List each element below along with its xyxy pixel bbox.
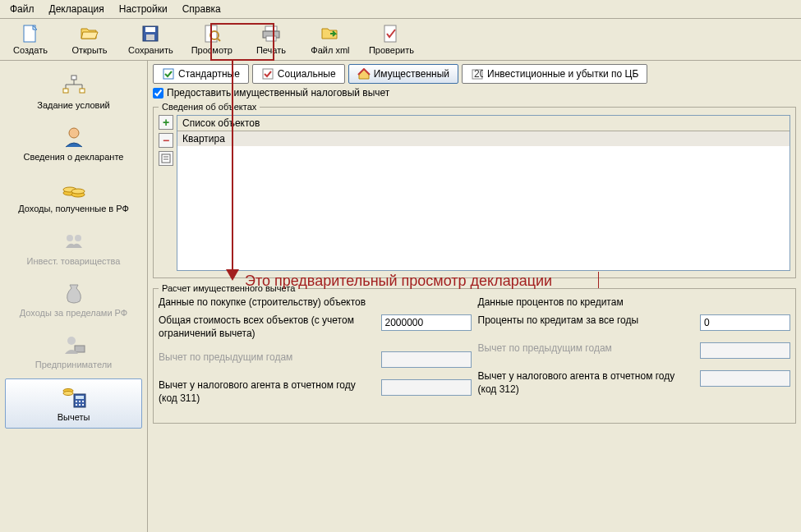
save-button[interactable]: Сохранить	[120, 22, 182, 57]
folder-open-icon	[80, 24, 99, 44]
svg-rect-33	[82, 401, 84, 402]
calculator-coins-icon	[61, 384, 87, 410]
interest-input[interactable]	[700, 314, 790, 331]
preview-button[interactable]: Просмотр	[183, 22, 241, 57]
objects-list-header: Список объектов	[177, 116, 789, 131]
svg-rect-38	[263, 69, 273, 79]
toolbar: Создать Открыть Сохранить Просмотр Печат…	[0, 19, 801, 61]
tree-icon	[61, 72, 87, 99]
menu-file[interactable]: Файл	[3, 2, 41, 16]
printer-icon	[261, 24, 281, 44]
sidebar-item-deductions[interactable]: Вычеты	[5, 378, 142, 429]
page-check-icon	[381, 24, 401, 44]
calendar-icon: 20	[471, 67, 484, 80]
agent312-label: Вычет у налогового агента в отчетном год…	[478, 370, 694, 396]
interest-label: Проценты по кредитам за все годы	[478, 314, 694, 328]
purchase-head: Данные по покупке (строительству) объект…	[159, 296, 472, 308]
objects-list[interactable]: Список объектов Квартира	[177, 115, 790, 271]
folder-arrow-icon	[320, 24, 340, 44]
svg-rect-7	[265, 26, 277, 31]
svg-rect-34	[76, 404, 77, 406]
svg-rect-10	[384, 25, 396, 42]
agent312-input	[700, 370, 790, 387]
agent311-label: Вычет у налогового агента в отчетном год…	[159, 379, 375, 405]
sidebar-item-income-rf[interactable]: Доходы, полученные в РФ	[5, 171, 142, 219]
svg-rect-37	[163, 69, 173, 79]
calculation-fieldset: Расчет имущественного вычета Данные по п…	[153, 283, 796, 424]
svg-point-18	[69, 128, 79, 138]
add-object-button[interactable]: +	[159, 115, 173, 130]
money-bag-icon	[61, 280, 87, 306]
svg-rect-2	[145, 27, 155, 32]
menu-help[interactable]: Справка	[176, 2, 228, 16]
magnifier-page-icon	[202, 24, 222, 44]
svg-point-22	[71, 189, 85, 194]
menu-settings[interactable]: Настройки	[113, 2, 174, 16]
tab-standard[interactable]: Стандартные	[153, 64, 249, 84]
prev-deduction-right-input	[700, 342, 790, 359]
objects-fieldset: Сведения об объектах + − Список объектов…	[153, 102, 796, 278]
svg-point-25	[67, 337, 76, 345]
svg-rect-9	[266, 36, 276, 41]
provide-deduction-row: Предоставить имущественный налоговый выч…	[153, 87, 796, 99]
sidebar-item-invest: Инвест. товарищества	[5, 223, 142, 272]
total-cost-input[interactable]	[381, 314, 472, 331]
provide-deduction-label: Предоставить имущественный налоговый выч…	[167, 87, 389, 99]
calculation-legend: Расчет имущественного вычета	[159, 283, 298, 293]
menu-declaration[interactable]: Декларация	[43, 2, 111, 16]
print-button[interactable]: Печать	[242, 22, 300, 57]
svg-point-28	[63, 392, 73, 396]
floppy-disk-icon	[140, 24, 160, 44]
tab-strip: Стандартные Социальные Имущественный 20 …	[153, 64, 796, 84]
prev-deduction-left-label: Вычет по предыдущим годам	[159, 351, 375, 365]
svg-rect-17	[80, 89, 85, 93]
person-icon	[61, 124, 87, 150]
sidebar: Задание условий Сведения о декларанте До…	[0, 61, 148, 532]
svg-line-6	[218, 39, 220, 41]
total-cost-label: Общая стоимость всех объектов (с учетом …	[159, 314, 375, 340]
create-button[interactable]: Создать	[2, 22, 59, 57]
open-button[interactable]: Открыть	[61, 22, 118, 57]
check-button[interactable]: Проверить	[361, 22, 422, 57]
tab-property[interactable]: Имущественный	[348, 64, 458, 84]
svg-text:20: 20	[474, 68, 483, 80]
svg-rect-32	[79, 401, 81, 402]
sidebar-item-conditions[interactable]: Задание условий	[5, 67, 142, 116]
svg-rect-11	[71, 76, 76, 80]
svg-rect-35	[79, 404, 81, 406]
content: Стандартные Социальные Имущественный 20 …	[148, 61, 801, 532]
svg-rect-16	[63, 89, 68, 93]
tab-social[interactable]: Социальные	[252, 64, 345, 84]
sidebar-item-income-abroad: Доходы за пределами РФ	[5, 275, 142, 323]
checkbox-icon	[162, 67, 175, 80]
edit-object-button[interactable]	[159, 151, 173, 166]
list-item[interactable]: Квартира	[177, 131, 789, 146]
handshake-icon	[61, 228, 87, 255]
interest-head: Данные процентов по кредитам	[478, 296, 791, 308]
object-buttons: + −	[159, 115, 173, 166]
xml-button[interactable]: Файл xml	[302, 22, 359, 57]
svg-rect-3	[146, 34, 154, 40]
briefcase-person-icon	[61, 332, 87, 358]
coins-icon	[61, 176, 87, 202]
purchase-column: Данные по покупке (строительству) объект…	[159, 296, 472, 416]
tab-invest-loss[interactable]: 20 Инвестиционные и убытки по ЦБ	[462, 64, 647, 84]
svg-rect-41	[162, 154, 170, 163]
remove-object-button[interactable]: −	[159, 133, 173, 148]
svg-rect-26	[75, 346, 85, 352]
interest-column: Данные процентов по кредитам Проценты по…	[478, 296, 791, 416]
svg-rect-36	[82, 404, 84, 406]
agent311-input	[381, 379, 472, 396]
menubar: Файл Декларация Настройки Справка	[0, 0, 801, 19]
provide-deduction-checkbox[interactable]	[153, 88, 163, 99]
sidebar-item-declarant[interactable]: Сведения о декларанте	[5, 119, 142, 167]
svg-rect-30	[76, 396, 84, 399]
svg-point-24	[75, 235, 81, 241]
new-file-icon	[21, 24, 40, 44]
svg-rect-31	[76, 401, 77, 402]
prev-deduction-right-label: Вычет по предыдущим годам	[478, 342, 694, 355]
svg-point-23	[67, 235, 73, 241]
sidebar-item-entrepreneurs: Предприниматели	[5, 327, 142, 375]
house-icon	[357, 67, 371, 80]
objects-legend: Сведения об объектах	[159, 102, 260, 112]
